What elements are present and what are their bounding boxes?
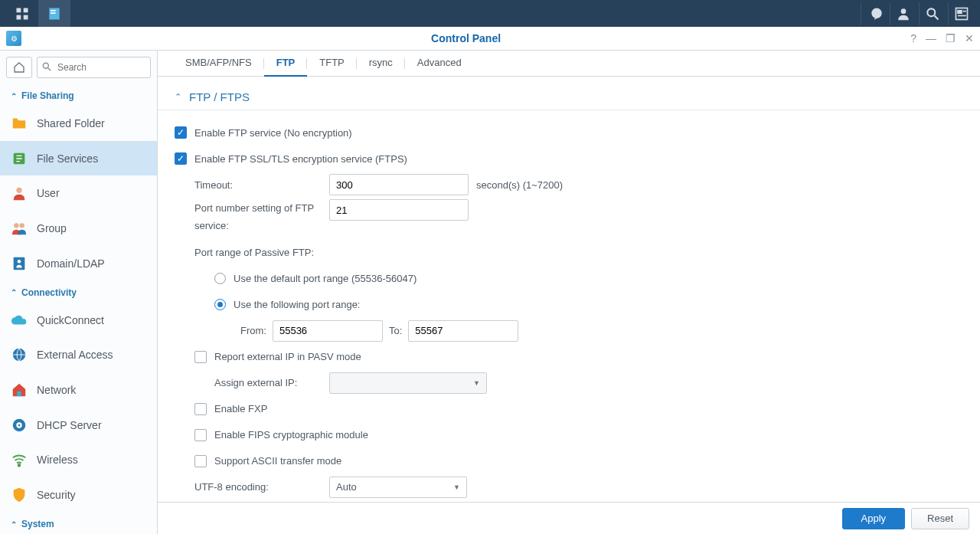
- label-assign-ip: Assign external IP:: [214, 377, 329, 388]
- control-panel-icon: ⚙: [6, 31, 21, 46]
- label-utf8: UTF-8 encoding:: [194, 481, 329, 493]
- label-report-external: Report external IP in PASV mode: [214, 351, 361, 362]
- sidebar-item-security[interactable]: Security: [0, 477, 157, 513]
- hint-timeout: second(s) (1~7200): [476, 179, 563, 191]
- checkbox-enable-ftp[interactable]: [175, 126, 187, 139]
- label-from: From:: [240, 325, 266, 336]
- svg-point-18: [16, 188, 21, 193]
- radio-default-range[interactable]: [214, 273, 226, 284]
- home-button[interactable]: [6, 57, 32, 78]
- svg-line-10: [934, 15, 938, 19]
- svg-rect-24: [17, 391, 21, 396]
- tab-advanced[interactable]: Advanced: [405, 51, 474, 76]
- group-icon: [11, 220, 28, 237]
- svg-point-28: [18, 464, 21, 467]
- svg-point-20: [19, 223, 24, 228]
- sidebar-section-connectivity[interactable]: ⌃Connectivity: [0, 281, 157, 303]
- sidebar-item-label: File Services: [37, 152, 98, 165]
- widgets-icon[interactable]: [948, 2, 974, 25]
- checkbox-enable-fips[interactable]: [194, 429, 207, 441]
- svg-rect-5: [51, 10, 56, 11]
- svg-rect-6: [51, 12, 56, 14]
- tab-ftp[interactable]: FTP: [264, 51, 308, 76]
- sidebar-item-file-services[interactable]: File Services: [0, 141, 157, 176]
- search-input[interactable]: [37, 57, 151, 78]
- sidebar-item-dhcp-server[interactable]: DHCP Server: [0, 408, 157, 443]
- svg-point-22: [18, 260, 21, 264]
- directory-icon: [11, 255, 28, 272]
- sidebar-item-network[interactable]: Network: [0, 372, 157, 408]
- chat-icon[interactable]: [861, 2, 887, 25]
- select-value: Auto: [336, 481, 357, 493]
- section-ftp-ftps[interactable]: ⌃ FTP / FTPS: [158, 80, 980, 110]
- svg-line-16: [48, 68, 51, 71]
- reset-button[interactable]: Reset: [911, 508, 969, 529]
- chevron-up-icon: ⌃: [11, 92, 17, 100]
- user-icon: [11, 185, 28, 201]
- dhcp-icon: [11, 417, 28, 434]
- sidebar-item-domain-ldap[interactable]: Domain/LDAP: [0, 246, 157, 281]
- sidebar-item-quickconnect[interactable]: QuickConnect: [0, 303, 157, 338]
- close-icon[interactable]: ✕: [965, 32, 974, 44]
- chevron-up-icon: ⌃: [11, 520, 17, 529]
- minimize-icon[interactable]: —: [926, 32, 936, 44]
- search-icon[interactable]: [919, 2, 945, 25]
- checkbox-enable-ftps[interactable]: [175, 152, 187, 165]
- cloud-icon: [11, 312, 28, 329]
- svg-point-27: [18, 424, 21, 426]
- wifi-icon: [11, 451, 28, 468]
- file-services-icon: [11, 150, 28, 167]
- chevron-up-icon: ⌃: [11, 288, 17, 296]
- radio-custom-range[interactable]: [214, 299, 226, 310]
- control-panel-task-button[interactable]: [38, 0, 70, 27]
- chevron-up-icon: ⌃: [175, 92, 181, 102]
- tab-rsync[interactable]: rsync: [357, 51, 405, 76]
- folder-icon: [11, 115, 28, 132]
- user-icon[interactable]: [890, 2, 916, 25]
- checkbox-report-external-ip[interactable]: [194, 351, 207, 363]
- sidebar-item-label: Shared Folder: [37, 117, 105, 129]
- sidebar-section-file-sharing[interactable]: ⌃File Sharing: [0, 84, 157, 106]
- sidebar-item-label: User: [37, 187, 60, 199]
- checkbox-support-ascii[interactable]: [194, 455, 207, 467]
- window-titlebar: ⚙ Control Panel ? — ❐ ✕: [0, 27, 980, 51]
- tab-tftp[interactable]: TFTP: [307, 51, 357, 76]
- input-port[interactable]: [329, 199, 469, 221]
- maximize-icon[interactable]: ❐: [946, 32, 956, 44]
- sidebar-item-label: Group: [37, 222, 67, 234]
- select-utf8[interactable]: Auto ▼: [329, 477, 467, 498]
- svg-point-7: [871, 8, 881, 18]
- sidebar-item-group[interactable]: Group: [0, 211, 157, 246]
- input-timeout[interactable]: [329, 174, 469, 195]
- tab-smb-afp-nfs[interactable]: SMB/AFP/NFS: [173, 51, 264, 76]
- input-from[interactable]: [273, 320, 383, 342]
- svg-rect-12: [958, 10, 962, 12]
- label-enable-ftp: Enable FTP service (No encryption): [194, 127, 352, 139]
- label-support-ascii: Support ASCII transfer mode: [214, 455, 341, 467]
- sidebar-item-external-access[interactable]: External Access: [0, 337, 157, 372]
- apply-button[interactable]: Apply: [842, 508, 906, 529]
- sidebar-item-user[interactable]: User: [0, 175, 157, 211]
- main-menu-button[interactable]: [6, 0, 38, 27]
- input-to[interactable]: [408, 320, 518, 342]
- label-radio-default: Use the default port range (55536-56047): [234, 273, 416, 284]
- help-icon[interactable]: ?: [910, 32, 916, 44]
- sidebar-item-label: Wireless: [37, 454, 78, 466]
- sidebar-section-system[interactable]: ⌃System: [0, 513, 157, 534]
- globe-icon: [11, 346, 28, 363]
- select-assign-ip[interactable]: ▼: [329, 372, 487, 394]
- window-title: Control Panel: [21, 32, 910, 44]
- sidebar-item-shared-folder[interactable]: Shared Folder: [0, 106, 157, 141]
- shield-icon: [11, 486, 28, 503]
- svg-rect-1: [24, 8, 28, 12]
- label-passive-range: Port range of Passive FTP:: [194, 247, 314, 258]
- svg-rect-2: [17, 15, 21, 19]
- sidebar-item-wireless[interactable]: Wireless: [0, 443, 157, 478]
- sidebar-item-label: Network: [37, 384, 76, 396]
- checkbox-enable-fxp[interactable]: [194, 403, 207, 415]
- footer: Apply Reset: [158, 502, 980, 534]
- chevron-down-icon: ▼: [453, 483, 460, 491]
- section-title: FTP / FTPS: [189, 90, 250, 103]
- label-to: To:: [389, 325, 402, 336]
- sidebar-item-label: Security: [37, 489, 76, 501]
